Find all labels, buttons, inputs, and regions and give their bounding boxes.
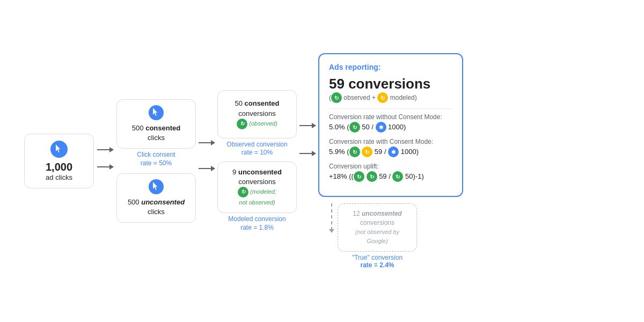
consented-clicks-icon <box>149 105 164 120</box>
conversions-col: 50 consented conversions ↻ (observed) Ob… <box>217 90 297 232</box>
unconsented-clicks-icon <box>149 179 164 194</box>
ghost-group: 12 unconsented conversions (not observed… <box>338 203 417 269</box>
arrow-line-top <box>97 149 113 150</box>
consented-conv-card: 50 consented conversions ↻ (observed) <box>217 90 297 138</box>
ads-conversions-count: 59 conversions <box>329 76 452 92</box>
consented-clicks-text: 500 consented clicks <box>132 123 180 143</box>
arrow-to-reporting-bottom <box>299 153 316 154</box>
ghost-conv-text: 12 unconsented conversions (not observed… <box>345 209 410 245</box>
ad-clicks-count: 1,000 <box>46 161 72 173</box>
consented-clicks-group: 500 consented clicks Click consent rate … <box>116 99 196 168</box>
rate3-value: +18% ((↻ ↻ 59 / ↻ 50)-1) <box>329 171 452 182</box>
observed-conv-rate: Observed conversion rate = 10% <box>226 141 287 157</box>
ad-clicks-label: ad clicks <box>46 173 72 181</box>
rate2-value: 5.9% (↻ ↻ 59 / ✱ 1000) <box>329 147 452 157</box>
arrow-to-unconsented-conv <box>199 168 215 169</box>
green-icon-6: ↻ <box>392 171 403 182</box>
unconsented-clicks-group: 500 unconsented clicks <box>116 173 196 223</box>
ad-clicks-col: 1,000 ad clicks <box>24 134 94 188</box>
rate2-title: Conversion rate with Consent Mode: <box>329 138 452 145</box>
rate-row-3: Conversion uplift: +18% ((↻ ↻ 59 / ↻ 50)… <box>329 163 452 182</box>
green-icon-3: ↻ <box>349 147 360 157</box>
blue-icon-1: ✱ <box>376 122 386 133</box>
consented-clicks-card: 500 consented clicks <box>116 99 196 149</box>
ads-reporting-card: Ads reporting: 59 conversions (↻ observe… <box>318 53 463 197</box>
arrow-line-bottom <box>97 166 113 167</box>
main-diagram: 1,000 ad clicks 500 consented clicks <box>13 48 631 274</box>
ads-reporting-title: Ads reporting: <box>329 63 452 71</box>
ghost-conv-card: 12 unconsented conversions (not observed… <box>338 203 417 252</box>
arrow-top <box>97 149 113 150</box>
divider-1 <box>329 108 452 109</box>
rate-row-2: Conversion rate with Consent Mode: 5.9% … <box>329 138 452 157</box>
rate1-title: Conversion rate without Consent Mode: <box>329 113 452 121</box>
true-conv-rate: "True" conversion rate = 2.4% <box>352 254 402 269</box>
arrow-to-reporting-top <box>299 125 316 126</box>
green-icon-4: ↻ <box>354 171 364 182</box>
click-consent-rate: Click consent rate = 50% <box>137 151 175 167</box>
ads-conversions-sub: (↻ observed + ↻ modeled) <box>329 92 452 103</box>
blue-icon-2: ✱ <box>388 147 399 157</box>
split-arrow-col <box>94 149 116 167</box>
clicks-col: 500 consented clicks Click consent rate … <box>116 99 196 223</box>
unconsented-conv-group: 9 unconsented conversions ↻ (modeled; no… <box>217 162 297 232</box>
consented-conv-group: 50 consented conversions ↻ (observed) Ob… <box>217 90 297 157</box>
green-icon-2: ↻ <box>349 122 360 133</box>
consented-conv-text: 50 consented conversions ↻ (observed) <box>235 99 279 129</box>
rate-row-1: Conversion rate without Consent Mode: 5.… <box>329 113 452 133</box>
modeled-conv-rate: Modeled conversion rate = 1.8% <box>228 215 286 232</box>
unconsented-conv-card: 9 unconsented conversions ↻ (modeled; no… <box>217 162 297 214</box>
yellow-icon-1: ↻ <box>377 92 388 103</box>
green-icon-5: ↻ <box>367 171 377 182</box>
unconsented-conv-text: 9 unconsented conversions ↻ (modeled; no… <box>232 167 282 208</box>
dashed-arrow-col <box>329 203 334 233</box>
right-arrows <box>297 125 318 154</box>
dashed-line <box>331 203 332 230</box>
rate1-value: 5.0% (↻ 50 / ✱ 1000) <box>329 122 452 133</box>
green-icon-1: ↻ <box>331 92 342 103</box>
right-col: Ads reporting: 59 conversions (↻ observe… <box>318 53 463 269</box>
ad-clicks-card: 1,000 ad clicks <box>24 134 94 188</box>
middle-arrows <box>196 142 217 169</box>
cursor-icon <box>50 141 68 158</box>
ghost-section: 12 unconsented conversions (not observed… <box>329 203 463 269</box>
unconsented-clicks-text: 500 unconsented clicks <box>128 197 185 217</box>
yellow-icon-2: ↻ <box>362 147 372 157</box>
unconsented-clicks-card: 500 unconsented clicks <box>116 173 196 223</box>
green-icon-obs: ↻ <box>237 119 247 129</box>
arrow-to-consented-conv <box>199 142 215 143</box>
arrow-bottom <box>97 166 113 167</box>
green-icon-mod: ↻ <box>238 187 248 197</box>
rate3-title: Conversion uplift: <box>329 163 452 170</box>
